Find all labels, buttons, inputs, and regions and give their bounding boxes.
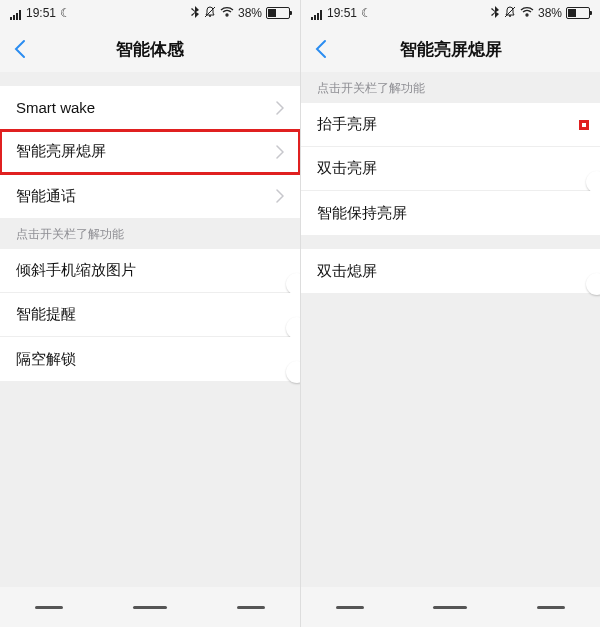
- bluetooth-icon: [490, 6, 500, 21]
- chevron-right-icon: [276, 145, 284, 159]
- nav-recent[interactable]: [336, 606, 364, 609]
- back-button[interactable]: [0, 26, 40, 72]
- settings-row[interactable]: 抬手亮屏: [301, 103, 600, 147]
- chevron-right-icon: [276, 101, 284, 115]
- svg-point-2: [509, 15, 511, 17]
- android-navbar: [301, 587, 600, 627]
- settings-row[interactable]: 智能亮屏熄屏: [0, 130, 300, 174]
- status-bar: 19:51 ☾ 38%: [0, 0, 300, 26]
- settings-row[interactable]: Smart wake: [0, 86, 300, 130]
- row-label: 双击熄屏: [317, 262, 584, 281]
- settings-row[interactable]: 智能保持亮屏: [301, 191, 600, 235]
- row-label: 抬手亮屏: [317, 115, 584, 134]
- row-label: 智能亮屏熄屏: [16, 142, 276, 161]
- svg-point-0: [209, 15, 211, 17]
- nav-home[interactable]: [433, 606, 467, 609]
- row-label: 智能通话: [16, 187, 276, 206]
- screenshot-left: 19:51 ☾ 38% 智能体感: [0, 0, 300, 627]
- nav-back[interactable]: [237, 606, 265, 609]
- settings-group-2: 双击熄屏: [301, 249, 600, 293]
- settings-row[interactable]: 双击亮屏: [301, 147, 600, 191]
- chevron-right-icon: [276, 189, 284, 203]
- status-time: 19:51: [26, 6, 56, 20]
- battery-pct: 38%: [538, 6, 562, 20]
- section-header: 点击开关栏了解功能: [301, 72, 600, 103]
- signal-icon: [311, 6, 323, 20]
- battery-icon: [566, 7, 590, 19]
- row-label: 智能保持亮屏: [317, 204, 584, 223]
- row-label: 倾斜手机缩放图片: [16, 261, 284, 280]
- screenshot-right: 19:51 ☾ 38% 智能亮屏熄屏: [300, 0, 600, 627]
- back-button[interactable]: [301, 26, 341, 72]
- battery-icon: [266, 7, 290, 19]
- settings-group-2: 倾斜手机缩放图片智能提醒隔空解锁: [0, 249, 300, 381]
- row-label: Smart wake: [16, 99, 276, 116]
- status-bar: 19:51 ☾ 38%: [301, 0, 600, 26]
- android-navbar: [0, 587, 300, 627]
- header: 智能亮屏熄屏: [301, 26, 600, 72]
- row-label: 隔空解锁: [16, 350, 284, 369]
- section-header: 点击开关栏了解功能: [0, 218, 300, 249]
- signal-icon: [10, 6, 22, 20]
- nav-recent[interactable]: [35, 606, 63, 609]
- nav-home[interactable]: [133, 606, 167, 609]
- nav-back[interactable]: [537, 606, 565, 609]
- settings-row[interactable]: 智能提醒: [0, 293, 300, 337]
- dnd-icon: [504, 6, 516, 21]
- page-title: 智能亮屏熄屏: [301, 38, 600, 61]
- settings-group-1: 抬手亮屏双击亮屏智能保持亮屏: [301, 103, 600, 235]
- settings-row[interactable]: 双击熄屏: [301, 249, 600, 293]
- battery-pct: 38%: [238, 6, 262, 20]
- settings-row[interactable]: 倾斜手机缩放图片: [0, 249, 300, 293]
- settings-row[interactable]: 隔空解锁: [0, 337, 300, 381]
- header: 智能体感: [0, 26, 300, 72]
- row-label: 双击亮屏: [317, 159, 584, 178]
- settings-row[interactable]: 智能通话: [0, 174, 300, 218]
- wifi-icon: [220, 6, 234, 20]
- moon-icon: ☾: [60, 6, 71, 20]
- row-label: 智能提醒: [16, 305, 284, 324]
- settings-group-1: Smart wake智能亮屏熄屏智能通话: [0, 86, 300, 218]
- bluetooth-icon: [190, 6, 200, 21]
- wifi-icon: [520, 6, 534, 20]
- page-title: 智能体感: [0, 38, 300, 61]
- dnd-icon: [204, 6, 216, 21]
- status-time: 19:51: [327, 6, 357, 20]
- moon-icon: ☾: [361, 6, 372, 20]
